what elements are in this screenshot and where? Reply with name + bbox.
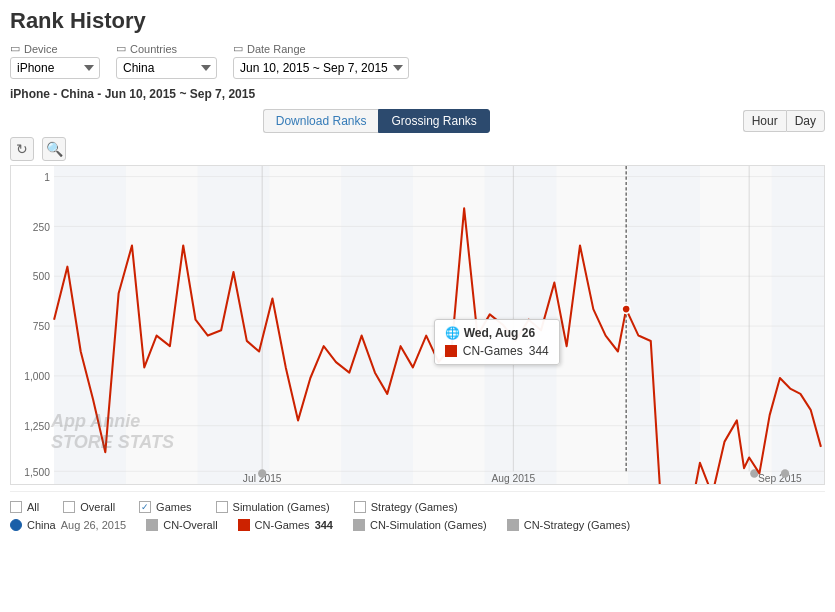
cn-overall-swatch [146,519,158,531]
legend-row-1: All Overall Games Simulation (Games) Str… [10,498,825,516]
legend-check-games[interactable] [139,501,151,513]
legend-check-simulation[interactable] [216,501,228,513]
date-range-control: ▭ Date Range Jun 10, 2015 ~ Sep 7, 2015 … [233,42,409,79]
svg-rect-2 [198,166,270,484]
svg-rect-5 [628,166,700,484]
svg-point-30 [781,469,789,477]
device-label: ▭ Device [10,42,100,55]
reset-button[interactable]: ↻ [10,137,34,161]
svg-point-31 [622,305,630,313]
zoom-button[interactable]: 🔍 [42,137,66,161]
legend-games[interactable]: Games [139,501,191,513]
hour-tab[interactable]: Hour [743,110,786,132]
svg-text:500: 500 [33,271,50,282]
device-icon: ▭ [10,42,20,55]
rank-tabs: Download Ranks Grossing Ranks [10,109,743,133]
cn-strategy-swatch [507,519,519,531]
day-tab[interactable]: Day [786,110,825,132]
legend-china: China Aug 26, 2015 [10,519,126,531]
svg-rect-3 [341,166,413,484]
legend-cn-games: CN-Games 344 [238,519,333,531]
svg-text:Sep 2015: Sep 2015 [758,473,802,484]
legend-row-2: China Aug 26, 2015 CN-Overall CN-Games 3… [10,516,825,534]
svg-text:1,250: 1,250 [24,421,50,432]
countries-control: ▭ Countries China United States Japan [116,42,217,79]
svg-text:1: 1 [44,172,50,183]
countries-label: ▭ Countries [116,42,217,55]
time-tabs: Hour Day [743,110,825,132]
china-dot [10,519,22,531]
cn-simulation-swatch [353,519,365,531]
legend-strategy[interactable]: Strategy (Games) [354,501,458,513]
calendar-icon: ▭ [233,42,243,55]
svg-text:750: 750 [33,321,50,332]
legend-check-overall[interactable] [63,501,75,513]
controls-row: ▭ Device iPhone iPad All ▭ Countries Chi… [10,42,825,79]
legend-overall[interactable]: Overall [63,501,115,513]
countries-icon: ▭ [116,42,126,55]
device-control: ▭ Device iPhone iPad All [10,42,100,79]
svg-text:Aug 2015: Aug 2015 [491,473,535,484]
chart-controls: Download Ranks Grossing Ranks Hour Day [10,109,825,133]
countries-select[interactable]: China United States Japan [116,57,217,79]
chart-toolbar: ↻ 🔍 [10,137,825,161]
svg-text:1,500: 1,500 [24,466,50,477]
device-select[interactable]: iPhone iPad All [10,57,100,79]
svg-point-28 [258,469,266,477]
svg-text:250: 250 [33,222,50,233]
svg-rect-6 [772,166,824,484]
legend-check-strategy[interactable] [354,501,366,513]
subtitle: iPhone - China - Jun 10, 2015 ~ Sep 7, 2… [10,87,825,101]
date-range-label: ▭ Date Range [233,42,409,55]
download-ranks-tab[interactable]: Download Ranks [263,109,379,133]
page-title: Rank History [10,8,825,34]
svg-rect-4 [485,166,557,484]
cn-games-swatch [238,519,250,531]
legend-cn-overall: CN-Overall [146,519,217,531]
date-range-select[interactable]: Jun 10, 2015 ~ Sep 7, 2015 Last 30 days … [233,57,409,79]
chart-svg: 1 250 500 750 1,000 1,250 1,500 Jul 2015… [11,166,824,484]
chart-area: 1 250 500 750 1,000 1,250 1,500 Jul 2015… [10,165,825,485]
svg-text:1,000: 1,000 [24,371,50,382]
legend-cn-strategy: CN-Strategy (Games) [507,519,630,531]
legend-all[interactable]: All [10,501,39,513]
legend-simulation[interactable]: Simulation (Games) [216,501,330,513]
grossing-ranks-tab[interactable]: Grossing Ranks [378,109,489,133]
legend-area: All Overall Games Simulation (Games) Str… [10,491,825,534]
legend-check-all[interactable] [10,501,22,513]
svg-rect-0 [54,166,824,484]
legend-cn-simulation: CN-Simulation (Games) [353,519,487,531]
